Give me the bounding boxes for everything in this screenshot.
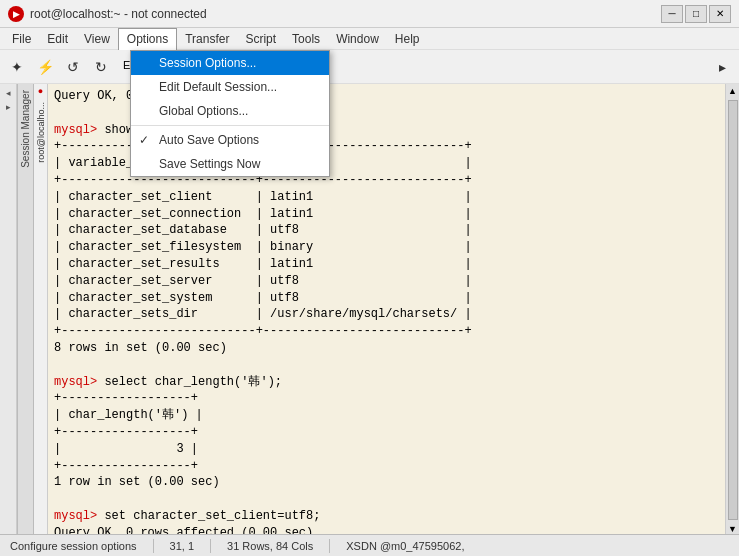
status-sep-3 [329, 539, 330, 553]
scroll-up-arrow[interactable]: ▲ [728, 86, 737, 96]
term-rowcount2: 1 row in set (0.00 sec) [54, 474, 719, 491]
term-blank3 [54, 491, 719, 508]
status-bar: Configure session options 31, 1 31 Rows,… [0, 534, 739, 556]
dropdown-session-options[interactable]: Session Options... [131, 51, 329, 75]
status-extra: XSDN @m0_47595062, [342, 540, 468, 552]
menu-view[interactable]: View [76, 28, 118, 50]
toolbar-duplicate[interactable]: ↺ [60, 54, 86, 80]
term-cmd2: mysql> select char_length('韩'); [54, 374, 719, 391]
session-manager-label: Session Manager [20, 90, 31, 168]
title-text: root@localhost:~ - not connected [30, 7, 661, 21]
menu-window[interactable]: Window [328, 28, 387, 50]
scroll-down-arrow[interactable]: ▼ [728, 524, 737, 534]
term-table-border3: +---------------------------+-----------… [54, 323, 719, 340]
term-table2-border2: +------------------+ [54, 424, 719, 441]
status-sep-1 [153, 539, 154, 553]
app-icon: ▶ [8, 6, 24, 22]
nav-left-arrow[interactable]: ◂ [6, 86, 11, 100]
dropdown-auto-save[interactable]: Auto Save Options [131, 128, 329, 152]
menu-script[interactable]: Script [237, 28, 284, 50]
options-dropdown: Session Options... Edit Default Session.… [130, 50, 330, 177]
dropdown-global-options[interactable]: Global Options... [131, 99, 329, 123]
minimize-button[interactable]: ─ [661, 5, 683, 23]
toolbar-new[interactable]: ✦ [4, 54, 30, 80]
session-tab-label[interactable]: root@localho... [36, 102, 46, 163]
term-row-5: | character_set_results | latin1 | [54, 256, 719, 273]
session-red-dot: ● [38, 86, 43, 96]
term-table2-border3: +------------------+ [54, 458, 719, 475]
menu-bar: File Edit View Options Transfer Script T… [0, 28, 739, 50]
menu-tools[interactable]: Tools [284, 28, 328, 50]
scrollbar-thumb[interactable] [728, 100, 738, 520]
term-row-1: | character_set_client | latin1 | [54, 189, 719, 206]
nav-right-arrow[interactable]: ▸ [6, 100, 11, 114]
status-sep-2 [210, 539, 211, 553]
dropdown-save-now[interactable]: Save Settings Now [131, 152, 329, 176]
scrollbar-right[interactable]: ▲ ▼ [725, 84, 739, 534]
menu-options[interactable]: Options [118, 28, 177, 50]
term-table2-header: | char_length('韩') | [54, 407, 719, 424]
session-manager-tab[interactable]: Session Manager [18, 84, 34, 534]
close-button[interactable]: ✕ [709, 5, 731, 23]
term-row-8: | character_sets_dir | /usr/share/mysql/… [54, 306, 719, 323]
nav-arrows-panel: ◂ ▸ [0, 84, 17, 534]
term-row-7: | character_set_system | utf8 | [54, 290, 719, 307]
term-rowcount1: 8 rows in set (0.00 sec) [54, 340, 719, 357]
menu-edit[interactable]: Edit [39, 28, 76, 50]
dropdown-edit-default[interactable]: Edit Default Session... [131, 75, 329, 99]
term-cmd3: mysql> set character_set_client=utf8; [54, 508, 719, 525]
status-position: 31, 1 [166, 540, 198, 552]
title-bar: ▶ root@localhost:~ - not connected ─ □ ✕ [0, 0, 739, 28]
menu-transfer[interactable]: Transfer [177, 28, 237, 50]
menu-file[interactable]: File [4, 28, 39, 50]
term-blank2 [54, 357, 719, 374]
term-table2-val: | 3 | [54, 441, 719, 458]
term-table2-border1: +------------------+ [54, 390, 719, 407]
left-sidebar: ◂ ▸ [0, 84, 18, 534]
term-row-3: | character_set_database | utf8 | [54, 222, 719, 239]
toolbar-refresh[interactable]: ↻ [88, 54, 114, 80]
dropdown-sep [131, 125, 329, 126]
session-tab-panel: ● root@localho... [34, 84, 48, 534]
status-configure: Configure session options [6, 540, 141, 552]
term-line-query2: Query OK, 0 rows affected (0.00 sec) [54, 525, 719, 534]
session-tab-indicator: ● [34, 84, 47, 98]
toolbar: ✦ ⚡ ↺ ↻ Ed 🔍 ⎙ ⚙ 🔧 ❓ 🖼 ▸ [0, 50, 739, 84]
main-area: ◂ ▸ Session Manager ● root@localho... Qu… [0, 84, 739, 534]
menu-help[interactable]: Help [387, 28, 428, 50]
toolbar-connect[interactable]: ⚡ [32, 54, 58, 80]
term-row-6: | character_set_server | utf8 | [54, 273, 719, 290]
window-controls: ─ □ ✕ [661, 5, 731, 23]
status-dimensions: 31 Rows, 84 Cols [223, 540, 317, 552]
term-row-2: | character_set_connection | latin1 | [54, 206, 719, 223]
toolbar-more[interactable]: ▸ [709, 54, 735, 80]
term-row-4: | character_set_filesystem | binary | [54, 239, 719, 256]
maximize-button[interactable]: □ [685, 5, 707, 23]
